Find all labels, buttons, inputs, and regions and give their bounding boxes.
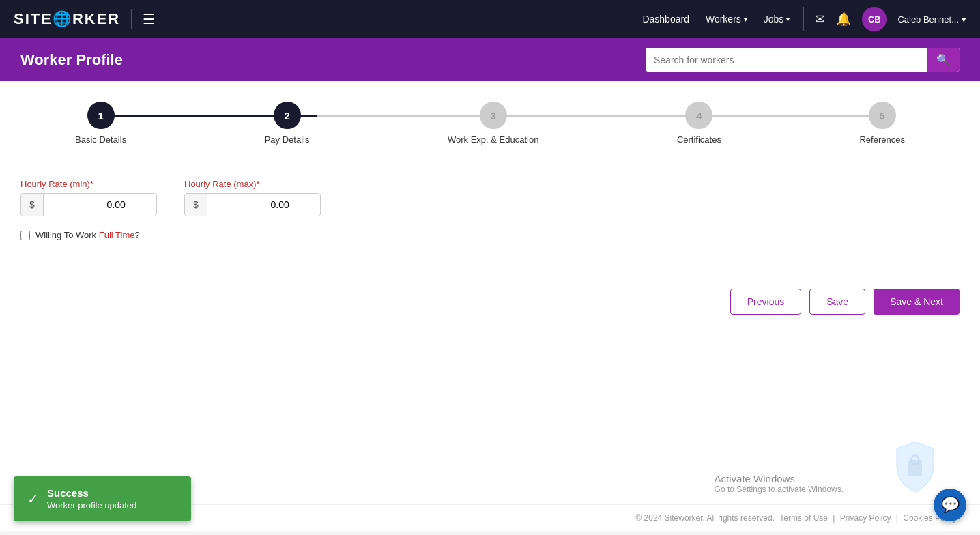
save-next-button[interactable]: Save & Next (874, 289, 960, 315)
step-label-5: References (859, 134, 904, 145)
step-circle-3: 3 (480, 102, 507, 129)
privacy-link[interactable]: Privacy Policy (840, 513, 891, 523)
workers-link[interactable]: Workers ▾ (706, 14, 747, 25)
stepper: 1 Basic Details 2 Pay Details 3 Work Exp… (20, 102, 960, 145)
jobs-chevron: ▾ (786, 16, 790, 23)
currency-prefix-min: $ (21, 194, 44, 216)
toast-check-icon: ✓ (27, 491, 39, 507)
jobs-link[interactable]: Jobs ▾ (764, 14, 790, 25)
hourly-rate-max-field[interactable] (207, 194, 296, 216)
hourly-rate-min-input-group: $ (20, 193, 157, 216)
hourly-rate-min-group: Hourly Rate (min)* $ (20, 179, 157, 216)
step-1: 1 Basic Details (75, 102, 126, 145)
step-2: 2 Pay Details (265, 102, 310, 145)
toast-text: Success Worker profile updated (47, 487, 136, 510)
section-divider (20, 268, 960, 268)
brand-logo: SITE🌐RKER (14, 10, 120, 28)
bell-icon[interactable]: 🔔 (836, 12, 851, 27)
navbar: SITE🌐RKER ☰ Dashboard Workers ▾ Jobs ▾ ✉… (0, 0, 980, 38)
step-5: 5 References (859, 102, 904, 145)
full-time-checkbox-row: Willing To Work Full Time? (20, 230, 960, 240)
dashboard-link[interactable]: Dashboard (642, 14, 689, 25)
previous-button[interactable]: Previous (730, 289, 801, 315)
page-title: Worker Profile (20, 51, 123, 69)
full-time-label: Willing To Work Full Time? (35, 230, 140, 240)
chat-bubble[interactable]: 💬 (934, 489, 966, 521)
success-toast: ✓ Success Worker profile updated (14, 476, 191, 521)
footer-copyright: © 2024 Siteworker. All rights reserved. (635, 513, 775, 523)
toast-message: Worker profile updated (47, 500, 136, 510)
step-label-1: Basic Details (75, 134, 126, 145)
main-content: 1 Basic Details 2 Pay Details 3 Work Exp… (0, 81, 980, 504)
step-label-3: Work Exp. & Education (448, 134, 538, 145)
search-input[interactable] (646, 49, 927, 71)
hourly-rate-max-input-group: $ (184, 193, 321, 216)
nav-icons: ✉ 🔔 CB Caleb Bennet... ▾ (803, 7, 966, 31)
hourly-rate-row: Hourly Rate (min)* $ Hourly Rate (max)* … (20, 179, 960, 216)
pay-details-form: Hourly Rate (min)* $ Hourly Rate (max)* … (20, 172, 960, 247)
toast-title: Success (47, 487, 136, 499)
action-buttons: Previous Save Save & Next (20, 282, 960, 321)
step-label-2: Pay Details (265, 134, 310, 145)
step-circle-5: 5 (869, 102, 896, 129)
step-3: 3 Work Exp. & Education (448, 102, 538, 145)
page-header: Worker Profile 🔍 (0, 38, 980, 81)
save-button[interactable]: Save (809, 289, 865, 315)
step-label-4: Certificates (677, 134, 721, 145)
nav-divider (131, 9, 132, 29)
step-circle-2: 2 (274, 102, 301, 129)
search-box: 🔍 (646, 48, 960, 72)
search-button[interactable]: 🔍 (927, 48, 960, 72)
currency-prefix-max: $ (185, 194, 207, 216)
hourly-rate-max-label: Hourly Rate (max)* (184, 179, 321, 189)
hourly-rate-min-label: Hourly Rate (min)* (20, 179, 157, 189)
user-menu[interactable]: Caleb Bennet... ▾ (897, 14, 966, 25)
step-circle-4: 4 (685, 102, 712, 129)
terms-link[interactable]: Terms of Use (779, 513, 828, 523)
workers-chevron: ▾ (744, 16, 747, 23)
step-circle-1: 1 (87, 102, 115, 129)
avatar[interactable]: CB (862, 7, 887, 31)
hamburger-icon[interactable]: ☰ (143, 11, 155, 27)
hourly-rate-max-group: Hourly Rate (max)* $ (184, 179, 321, 216)
step-4: 4 Certificates (677, 102, 721, 145)
mail-icon[interactable]: ✉ (815, 12, 825, 27)
user-chevron: ▾ (962, 14, 966, 25)
full-time-checkbox[interactable] (20, 231, 30, 240)
nav-links: Dashboard Workers ▾ Jobs ▾ (642, 14, 790, 25)
hourly-rate-min-field[interactable] (44, 194, 132, 216)
